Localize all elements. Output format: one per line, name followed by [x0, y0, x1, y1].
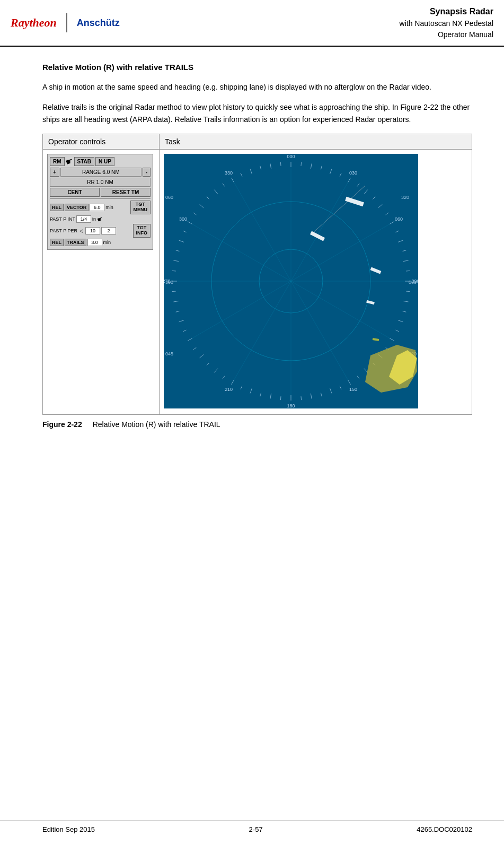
control-panel-cell: RM ☛ STAB N UP + RANGE 6.0 NM -	[43, 150, 160, 415]
rel-tag-2: REL	[50, 239, 64, 246]
header-title: Synapsis Radar with Nautoscan NX Pedesta…	[400, 5, 493, 40]
stab-button[interactable]: STAB	[74, 157, 94, 166]
logo-area: Raytheon Anschütz	[11, 13, 120, 32]
header-title-sub1: with Nautoscan NX Pedestal	[400, 18, 493, 29]
logo-separator	[66, 13, 67, 32]
cp-row-2: + RANGE 6.0 NM -	[50, 168, 151, 177]
control-panel: RM ☛ STAB N UP + RANGE 6.0 NM -	[47, 154, 153, 250]
footer-page: 2-57	[249, 825, 263, 833]
vector-tag: VECTOR	[65, 204, 89, 211]
vector-value[interactable]: 6.0	[90, 204, 104, 211]
vector-unit: min	[105, 205, 113, 210]
header-title-sub2: Operator Manual	[400, 29, 493, 40]
figure-table: Operator controls Task RM ☛ STAB N UP	[42, 134, 472, 415]
footer-doc: 4265.DOC020102	[417, 825, 472, 833]
plus-button[interactable]: +	[50, 168, 59, 177]
cent-button[interactable]: CENT	[50, 188, 100, 197]
past-p-int-unit: in	[92, 216, 96, 222]
trails-value[interactable]: 3.0	[87, 239, 102, 246]
trails-tag: TRAILS	[65, 239, 86, 246]
cp-row-5: REL VECTOR 6.0 min TGTMENU	[50, 201, 151, 214]
minus-button[interactable]: -	[143, 168, 151, 177]
nup-button[interactable]: N UP	[95, 157, 114, 166]
tgt-info-button[interactable]: TGTINFO	[133, 224, 151, 238]
past-p-int-value[interactable]: 1/4	[76, 215, 91, 223]
figure-caption-text: Relative Motion (R) with relative TRAIL	[93, 420, 220, 429]
cp-row-6: PAST P INT 1/4 in ☛	[50, 215, 151, 223]
past-p-int-label: PAST P INT	[50, 216, 75, 222]
past-p-per-arrow: ◁	[78, 228, 84, 234]
trails-unit: min	[103, 240, 111, 245]
rel-tag: REL	[50, 204, 64, 211]
rr-label: RR 1.0 NM	[50, 178, 151, 187]
figure-number: Figure 2-22	[42, 420, 82, 429]
main-content: Relative Motion (R) with relative TRAILS…	[0, 47, 504, 439]
rm-button[interactable]: RM	[50, 157, 65, 166]
paragraph-2: Relative trails is the original Radar me…	[42, 101, 472, 125]
footer-edition: Edition Sep 2015	[42, 825, 95, 833]
past-p-per-value2[interactable]: 2	[101, 227, 116, 234]
cursor-icon: ☛	[64, 155, 75, 168]
section-title: Relative Motion (R) with relative TRAILS	[42, 63, 472, 72]
figure-caption: Figure 2-22 Relative Motion (R) with rel…	[42, 420, 472, 429]
cp-row-1: RM ☛ STAB N UP	[50, 156, 151, 167]
paragraph-1: A ship in motion at the same speed and h…	[42, 81, 472, 93]
radar-display-cell	[160, 150, 472, 415]
anschutz-logo: Anschütz	[77, 18, 120, 29]
range-label: RANGE 6.0 NM	[60, 168, 142, 177]
page-footer: Edition Sep 2015 2-57 4265.DOC020102	[0, 821, 504, 833]
tgt-menu-button[interactable]: TGTMENU	[130, 201, 151, 214]
table-header-controls: Operator controls	[43, 134, 160, 150]
cp-row-4: CENT RESET TM	[50, 188, 151, 197]
page-header: Raytheon Anschütz Synapsis Radar with Na…	[0, 0, 504, 47]
header-title-main: Synapsis Radar	[400, 5, 493, 18]
raytheon-logo: Raytheon	[11, 16, 57, 30]
cp-row-7: PAST P PER ◁ 10 2 TGTINFO	[50, 224, 151, 238]
page-spacer	[0, 439, 504, 651]
cp-row-3: RR 1.0 NM	[50, 178, 151, 187]
table-header-task: Task	[160, 134, 472, 150]
table-row: RM ☛ STAB N UP + RANGE 6.0 NM -	[43, 150, 472, 415]
past-p-per-label: PAST P PER	[50, 228, 77, 233]
cp-divider-1	[50, 198, 151, 199]
cursor-icon-2: ☛	[96, 214, 104, 223]
reset-button[interactable]: RESET TM	[101, 188, 151, 197]
past-p-per-value[interactable]: 10	[85, 227, 100, 234]
radar-canvas	[164, 154, 418, 408]
cp-row-8: REL TRAILS 3.0 min	[50, 239, 151, 246]
